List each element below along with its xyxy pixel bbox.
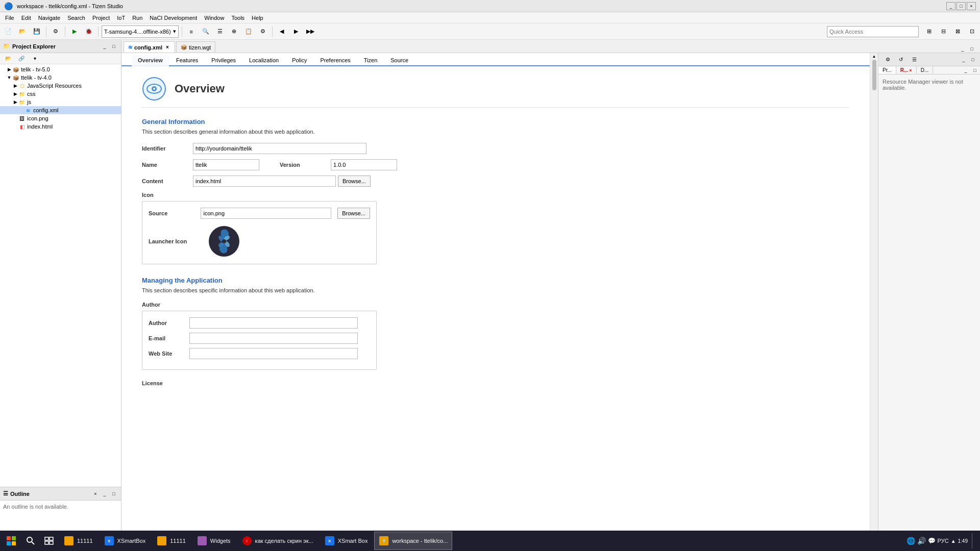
menu-project[interactable]: Project — [89, 14, 113, 22]
forward2-button[interactable]: ▶▶ — [304, 26, 316, 38]
tab-features[interactable]: Features — [170, 55, 204, 66]
open-button[interactable]: 📂 — [16, 26, 29, 38]
editor-min-btn[interactable]: _ — [959, 45, 967, 53]
toolbar-btn-d[interactable]: ⊕ — [228, 26, 240, 38]
scrollbar[interactable]: ▲ ▼ — [870, 53, 878, 538]
content-browse-btn[interactable]: Browse... — [338, 176, 371, 187]
editor-max-btn[interactable]: □ — [968, 45, 976, 53]
toolbar-btn-e[interactable]: 📋 — [242, 26, 255, 38]
panel-minimize-btn[interactable]: _ — [101, 43, 109, 50]
tree-item-css[interactable]: ▶ 📁 css — [0, 90, 121, 98]
tab-privileges[interactable]: Privileges — [205, 55, 242, 66]
tree-btn-1[interactable]: 📂 — [2, 53, 14, 65]
new-button[interactable]: 📄 — [2, 26, 14, 38]
identifier-input[interactable] — [193, 143, 366, 154]
quick-access-input[interactable] — [827, 26, 919, 37]
taskbar-item-11111-1[interactable]: 11111 — [59, 532, 97, 550]
show-desktop-btn[interactable] — [972, 533, 974, 548]
settings-button[interactable]: ⚙ — [50, 26, 62, 38]
taskbar-item-widgets[interactable]: Widgets — [192, 532, 235, 550]
toolbar-btn-c[interactable]: ☰ — [214, 26, 226, 38]
back-button[interactable]: ◀ — [276, 26, 288, 38]
res-min-btn[interactable]: _ — [962, 67, 970, 74]
email-input[interactable] — [189, 333, 358, 344]
tab-config-xml[interactable]: ≋ config.xml × — [124, 41, 175, 53]
version-input[interactable] — [331, 159, 397, 170]
tab-policy[interactable]: Policy — [286, 55, 313, 66]
forward-button[interactable]: ▶ — [290, 26, 302, 38]
minimize-button[interactable]: _ — [946, 2, 955, 10]
outline-max-btn[interactable]: □ — [110, 490, 118, 497]
device-dropdown[interactable]: T-samsung-4....offline-x86) ▾ — [102, 26, 179, 38]
menu-file[interactable]: File — [2, 14, 17, 22]
layout-btn-2[interactable]: ⊟ — [937, 26, 949, 38]
resource-tab-r[interactable]: R... × — [896, 66, 917, 74]
author-input[interactable] — [189, 317, 358, 329]
layout-btn-3[interactable]: ⊠ — [951, 26, 964, 38]
tree-item-js[interactable]: ▶ 📁 js — [0, 98, 121, 106]
tree-item-index[interactable]: ◧ index.html — [0, 122, 121, 131]
menu-run[interactable]: Run — [129, 14, 145, 22]
tree-item-ttelik[interactable]: ▼ 📦 ttelik - tv-4.0 — [0, 73, 121, 82]
menu-edit[interactable]: Edit — [18, 14, 34, 22]
taskbar-item-workspace[interactable]: T workspace - ttelik/co... — [374, 532, 452, 550]
tab-overview[interactable]: Overview — [132, 55, 169, 66]
resource-refresh-btn[interactable]: ↺ — [895, 54, 907, 66]
taskbar-item-xsmart-box[interactable]: X XSmart Box — [320, 532, 373, 550]
tab-close-config[interactable]: × — [164, 44, 170, 51]
res-max-btn[interactable]: □ — [971, 67, 979, 74]
debug-button[interactable]: 🐞 — [83, 26, 95, 38]
task-view-btn[interactable] — [41, 533, 57, 549]
menu-iot[interactable]: IoT — [114, 14, 128, 22]
maximize-button[interactable]: □ — [957, 2, 966, 10]
tree-item-telik[interactable]: ▶ 📦 telik - tv-5.0 — [0, 65, 121, 73]
toolbar-btn-a[interactable]: ≡ — [185, 26, 198, 38]
show-hidden-btn[interactable]: ▲ — [951, 538, 956, 544]
resource-tab-close[interactable]: × — [909, 68, 912, 73]
menu-navigate[interactable]: Navigate — [35, 14, 63, 22]
menu-tools[interactable]: Tools — [228, 14, 248, 22]
toolbar-btn-f[interactable]: ⚙ — [257, 26, 269, 38]
toolbar-btn-b[interactable]: 🔍 — [200, 26, 212, 38]
icon-browse-btn[interactable]: Browse... — [337, 208, 370, 219]
tab-preferences[interactable]: Preferences — [314, 55, 356, 66]
taskbar-item-kak[interactable]: ! как сделать скрин эк... — [237, 532, 318, 550]
tree-btn-2[interactable]: 🔗 — [15, 53, 28, 65]
menu-window[interactable]: Window — [201, 14, 227, 22]
start-button[interactable] — [2, 532, 20, 550]
save-button[interactable]: 💾 — [31, 26, 43, 38]
name-input[interactable] — [193, 159, 259, 170]
tab-source[interactable]: Source — [384, 55, 414, 66]
menu-search[interactable]: Search — [64, 14, 88, 22]
tab-tizen[interactable]: Tizen — [358, 55, 384, 66]
title-bar-controls[interactable]: _ □ × — [946, 2, 976, 10]
outline-min-btn[interactable]: _ — [101, 490, 109, 497]
tree-dropdown[interactable]: ▾ — [29, 53, 41, 65]
outline-close-btn[interactable]: × — [91, 490, 100, 497]
layout-btn-4[interactable]: ⊡ — [966, 26, 978, 38]
run-button[interactable]: ▶ — [68, 26, 81, 38]
resource-max-btn[interactable]: □ — [969, 56, 977, 63]
icon-source-input[interactable] — [201, 208, 331, 219]
taskbar-item-xsmartbox[interactable]: X XSmartBox — [100, 532, 151, 550]
content-input[interactable] — [193, 176, 336, 187]
tree-item-config[interactable]: ≋ config.xml — [0, 106, 121, 114]
menu-help[interactable]: Help — [249, 14, 266, 22]
close-button[interactable]: × — [967, 2, 976, 10]
tree-item-icon[interactable]: 🖼 icon.png — [0, 114, 121, 122]
tab-localization[interactable]: Localization — [243, 55, 285, 66]
resource-min-btn[interactable]: _ — [960, 56, 968, 63]
resource-tab-d[interactable]: D... — [917, 66, 934, 74]
resource-list-btn[interactable]: ☰ — [908, 54, 920, 66]
tree-item-js-resources[interactable]: ▶ ⬡ JavaScript Resources — [0, 82, 121, 90]
taskbar-search[interactable] — [22, 533, 39, 549]
scroll-up-btn[interactable]: ▲ — [872, 54, 876, 59]
scroll-thumb[interactable] — [872, 60, 876, 90]
resource-tab-pr[interactable]: Pr... — [878, 66, 896, 74]
taskbar-item-11111-2[interactable]: 11111 — [152, 532, 190, 550]
layout-btn-1[interactable]: ⊞ — [923, 26, 935, 38]
website-input[interactable] — [189, 348, 358, 359]
resource-gear-btn[interactable]: ⚙ — [881, 54, 894, 66]
menu-naci[interactable]: NaCI Development — [146, 14, 200, 22]
panel-maximize-btn[interactable]: □ — [110, 43, 118, 50]
